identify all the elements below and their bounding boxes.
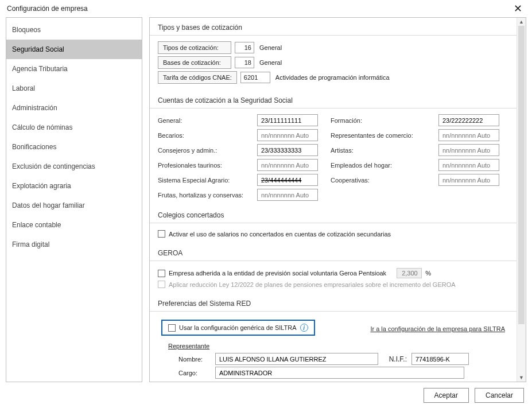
sidebar-item-seguridad-social[interactable]: Seguridad Social bbox=[6, 40, 142, 59]
cuenta-frutas-input[interactable] bbox=[257, 189, 318, 201]
sidebar-item-administracion[interactable]: Administración bbox=[6, 98, 142, 118]
sidebar-item-bonificaciones[interactable]: Bonificaciones bbox=[6, 137, 142, 157]
cuenta-taurinos-label: Profesionales taurinos: bbox=[158, 162, 247, 169]
representante-title: Representante bbox=[168, 343, 508, 349]
geroa-pct-input: 2,300 bbox=[397, 268, 422, 278]
sidebar-item-bloqueos[interactable]: Bloqueos bbox=[6, 20, 142, 40]
rep-nif-label: N.I.F.: bbox=[383, 355, 407, 363]
content-panel: Tipos y bases de cotización Tipos de cot… bbox=[150, 18, 517, 382]
accept-button[interactable]: Aceptar bbox=[424, 388, 469, 403]
cuenta-becarios-label: Becarios: bbox=[158, 132, 247, 139]
rep-nombre-input[interactable] bbox=[215, 353, 378, 365]
tarifa-cnae-label: Tarifa de códigos CNAE: bbox=[158, 71, 237, 84]
geroa-adherida-label: Empresa adherida a la entidad de previsi… bbox=[169, 270, 386, 277]
siltra-generic-label: Usar la configuración genérica de SILTRA bbox=[179, 324, 297, 331]
cuenta-cooperativas-input[interactable] bbox=[438, 174, 499, 186]
cuenta-taurinos-input[interactable] bbox=[257, 159, 318, 171]
close-icon[interactable]: ✕ bbox=[509, 3, 526, 14]
sidebar: Bloqueos Seguridad Social Agencia Tribut… bbox=[6, 17, 142, 382]
sidebar-item-enlace-contable[interactable]: Enlace contable bbox=[6, 215, 142, 235]
scroll-up-icon[interactable]: ▲ bbox=[519, 18, 524, 26]
geroa-adherida-checkbox[interactable] bbox=[158, 270, 165, 277]
scroll-down-icon[interactable]: ▼ bbox=[519, 374, 524, 382]
cuenta-formacion-input[interactable] bbox=[438, 114, 499, 126]
siltra-config-box: Usar la configuración genérica de SILTRA… bbox=[161, 320, 315, 336]
sidebar-item-agencia-tributaria[interactable]: Agencia Tributaria bbox=[6, 59, 142, 79]
cuenta-becarios-input[interactable] bbox=[257, 129, 318, 141]
rep-cargo-label: Cargo: bbox=[178, 370, 211, 376]
section-title-tipos: Tipos y bases de cotización bbox=[150, 18, 517, 36]
tipos-cotizacion-label: Tipos de cotización: bbox=[158, 41, 231, 54]
sidebar-item-calculo-nominas[interactable]: Cálculo de nóminas bbox=[6, 118, 142, 137]
cuenta-general-input[interactable] bbox=[257, 114, 318, 126]
scroll-thumb[interactable] bbox=[518, 26, 525, 324]
sidebar-item-laboral[interactable]: Laboral bbox=[6, 79, 142, 98]
cuenta-artistas-input[interactable] bbox=[438, 144, 499, 156]
cuenta-consejeros-input[interactable] bbox=[257, 144, 318, 156]
cuenta-formacion-label: Formación: bbox=[331, 117, 428, 124]
siltra-generic-checkbox[interactable] bbox=[168, 324, 176, 332]
cuenta-agrario-label: Sistema Especial Agrario: bbox=[158, 177, 247, 184]
geroa-reduccion-label: Aplicar reducción Ley 12/2022 de planes … bbox=[169, 281, 456, 288]
sidebar-item-explotacion-agraria[interactable]: Explotación agraria bbox=[6, 176, 142, 196]
bases-cotizacion-label: Bases de cotización: bbox=[158, 56, 231, 69]
sidebar-item-exclusion-contingencias[interactable]: Exclusión de contingencias bbox=[6, 157, 142, 176]
geroa-reduccion-checkbox bbox=[158, 281, 165, 288]
cuenta-frutas-label: Frutas, hortalizas y conservas: bbox=[158, 192, 247, 199]
cuenta-general-label: General: bbox=[158, 117, 247, 124]
section-title-geroa: GEROA bbox=[150, 243, 517, 261]
sidebar-item-firma-digital[interactable]: Firma digital bbox=[6, 235, 142, 254]
tipos-cotizacion-code[interactable]: 16 bbox=[235, 42, 254, 53]
section-title-colegios: Colegios concertados bbox=[150, 205, 517, 223]
colegios-checkbox[interactable] bbox=[158, 230, 165, 238]
info-icon[interactable]: i bbox=[300, 324, 308, 332]
geroa-pct-suffix: % bbox=[425, 270, 431, 277]
cuenta-hogar-input[interactable] bbox=[438, 159, 499, 171]
tarifa-cnae-code[interactable]: 6201 bbox=[240, 72, 270, 83]
cuenta-representantes-label: Representantes de comercio: bbox=[331, 132, 428, 139]
cuenta-hogar-label: Empleados del hogar: bbox=[331, 162, 428, 169]
rep-nombre-label: Nombre: bbox=[178, 356, 211, 363]
cuenta-cooperativas-label: Cooperativas: bbox=[331, 177, 428, 184]
cuenta-consejeros-label: Consejeros y admin.: bbox=[158, 147, 247, 154]
tarifa-cnae-desc: Actividades de programación informática bbox=[274, 74, 390, 81]
section-title-red: Preferencias del Sistema RED bbox=[150, 294, 517, 312]
cuenta-representantes-input[interactable] bbox=[438, 129, 499, 141]
tipos-cotizacion-desc: General bbox=[258, 44, 282, 51]
sidebar-item-datos-hogar[interactable]: Datos del hogar familiar bbox=[6, 196, 142, 215]
scroll-track[interactable] bbox=[517, 26, 526, 374]
section-title-cuentas: Cuentas de cotización a la Seguridad Soc… bbox=[150, 91, 517, 108]
cuenta-agrario-input[interactable] bbox=[257, 174, 318, 186]
window-title: Configuración de empresa bbox=[7, 5, 509, 13]
cancel-button[interactable]: Cancelar bbox=[475, 388, 524, 403]
rep-cargo-input[interactable] bbox=[215, 367, 464, 379]
siltra-config-link[interactable]: Ir a la configuración de la empresa para… bbox=[370, 325, 505, 332]
bases-cotizacion-desc: General bbox=[258, 59, 282, 66]
rep-nif-input[interactable] bbox=[411, 353, 469, 365]
colegios-checkbox-label: Activar el uso de salarios no concertado… bbox=[169, 231, 391, 238]
cuenta-artistas-label: Artistas: bbox=[331, 147, 428, 154]
vertical-scrollbar[interactable]: ▲ ▼ bbox=[517, 18, 526, 382]
bases-cotizacion-code[interactable]: 18 bbox=[235, 57, 254, 68]
